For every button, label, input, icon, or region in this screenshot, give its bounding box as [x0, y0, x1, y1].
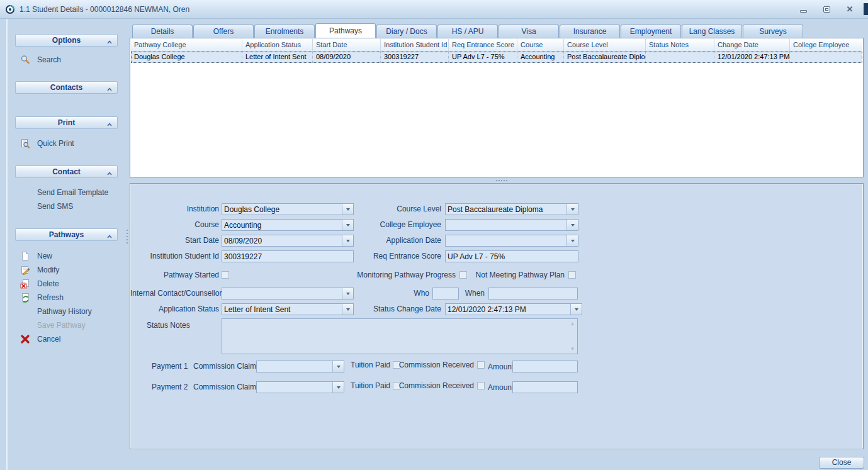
tab-employment[interactable]: Employment: [621, 25, 681, 38]
grid-column-pathway-college[interactable]: Pathway College: [131, 39, 242, 51]
payment1-commission-claim-input[interactable]: [257, 361, 332, 372]
payment1-amount-input[interactable]: [512, 361, 578, 372]
tab-enrolments[interactable]: Enrolments: [254, 25, 315, 38]
internal-contact-input[interactable]: [222, 288, 342, 299]
application-status-label: Application Status: [130, 303, 219, 315]
tab-lang-classes[interactable]: Lang Classes: [682, 25, 742, 38]
cell-application-status: Letter of Intent Sent: [242, 52, 313, 63]
sidebar-item-send-email-template[interactable]: Send Email Template: [20, 187, 125, 198]
application-date-dropdown-icon[interactable]: [566, 235, 578, 246]
sidebar-item-new[interactable]: New: [20, 249, 125, 263]
payment1-commission-claim-dropdown-icon[interactable]: [332, 361, 344, 372]
grid-row-selected[interactable]: Douglas College Letter of Intent Sent 08…: [131, 52, 862, 63]
grid-column-institution-student-id[interactable]: Institution Student Id: [381, 39, 449, 51]
scroll-down-icon[interactable]: ▼: [570, 346, 575, 352]
cell-status-notes: [646, 52, 714, 63]
application-date-label: Application Date: [341, 235, 441, 247]
payment2-commission-received-checkbox[interactable]: [477, 382, 485, 389]
req-entrance-score-input[interactable]: [445, 250, 578, 262]
grid-column-college-employee[interactable]: College Employee: [790, 39, 862, 51]
grid-form-splitter[interactable]: [130, 177, 864, 183]
maximize-button[interactable]: [822, 5, 831, 14]
scroll-up-icon[interactable]: ▲: [570, 321, 575, 327]
course-level-input[interactable]: [446, 204, 566, 215]
payment1-label: Payment 1: [152, 361, 189, 372]
sidebar-item-search[interactable]: Search: [20, 53, 125, 67]
when-input[interactable]: [488, 288, 578, 299]
sidebar-section-pathways[interactable]: Pathways: [15, 228, 118, 241]
course-level-combo[interactable]: [445, 203, 578, 215]
sidebar-item-quick-print[interactable]: Quick Print: [20, 137, 125, 150]
payment1-commission-claim-combo[interactable]: [256, 361, 344, 372]
edit-icon: [20, 265, 30, 275]
tab-insurance[interactable]: Insurance: [560, 25, 620, 38]
sidebar-item-modify[interactable]: Modify: [20, 263, 125, 277]
minimize-button[interactable]: [799, 5, 808, 14]
close-button[interactable]: Close: [819, 457, 864, 469]
internal-contact-dropdown-icon[interactable]: [342, 288, 353, 299]
sidebar-item-cancel[interactable]: Cancel: [20, 332, 125, 346]
payment2-amount-input[interactable]: [512, 381, 578, 393]
status-notes-textarea[interactable]: ▲ ▼: [222, 318, 578, 354]
grid-column-course[interactable]: Course: [517, 39, 564, 51]
application-date-combo[interactable]: [445, 235, 578, 247]
sidebar-section-contact[interactable]: Contact: [15, 165, 118, 178]
application-date-input[interactable]: [446, 235, 566, 246]
payment2-commission-claim-input[interactable]: [257, 382, 332, 393]
payment2-commission-claim-combo[interactable]: [256, 381, 344, 393]
chevron-up-icon: [106, 38, 113, 47]
sidebar-item-pathway-history[interactable]: Pathway History: [20, 305, 125, 318]
institution-input[interactable]: [222, 204, 342, 215]
course-level-label: Course Level: [341, 203, 441, 215]
status-change-date-combo[interactable]: [445, 303, 582, 315]
tab-diary-docs[interactable]: Diary / Docs: [376, 25, 437, 38]
application-status-combo[interactable]: [222, 303, 354, 315]
sidebar-item-save-pathway[interactable]: Save Pathway: [20, 318, 125, 332]
notes-scrollbar[interactable]: ▲ ▼: [568, 319, 577, 354]
grid-column-course-level[interactable]: Course Level: [564, 39, 646, 51]
grid-column-status-notes[interactable]: Status Notes: [646, 39, 714, 51]
course-combo[interactable]: [222, 219, 354, 231]
cell-college-employee: [790, 52, 862, 63]
sidebar-splitter[interactable]: [125, 19, 130, 470]
sidebar-item-send-sms[interactable]: Send SMS: [20, 201, 125, 211]
not-meeting-pathway-plan-checkbox[interactable]: [568, 271, 576, 279]
college-employee-input[interactable]: [446, 220, 566, 230]
institution-combo[interactable]: [222, 203, 354, 215]
tab-visa[interactable]: Visa: [499, 25, 559, 38]
close-window-icon[interactable]: ✕: [845, 5, 854, 14]
college-employee-combo[interactable]: [445, 219, 578, 231]
status-change-date-input[interactable]: [446, 304, 570, 315]
tab-pathways[interactable]: Pathways: [315, 23, 376, 38]
cell-course-level: Post Baccalaureate Diploma: [564, 52, 646, 63]
pathway-started-checkbox[interactable]: [222, 271, 229, 279]
course-input[interactable]: [222, 220, 342, 230]
tab-surveys[interactable]: Surveys: [743, 25, 803, 38]
window-title: 1.1 Student Details - 0000012846 NEWMAN,…: [20, 5, 189, 14]
pathway-form: Institution Course Level Course College …: [130, 183, 864, 449]
college-employee-dropdown-icon[interactable]: [566, 220, 578, 230]
grid-column-start-date[interactable]: Start Date: [313, 39, 381, 51]
institution-student-id-input[interactable]: [222, 250, 354, 262]
payment2-commission-claim-dropdown-icon[interactable]: [332, 382, 344, 393]
course-level-dropdown-icon[interactable]: [566, 204, 578, 215]
status-change-date-label: Status Change Date: [341, 303, 441, 315]
sidebar-section-options[interactable]: Options: [15, 34, 118, 47]
start-date-combo[interactable]: [222, 235, 354, 247]
grid-column-req-entrance-score[interactable]: Req Entrance Score: [449, 39, 517, 51]
application-status-input[interactable]: [222, 304, 342, 315]
payment1-commission-received-checkbox[interactable]: [477, 361, 485, 369]
tab-hs-apu[interactable]: HS / APU: [437, 25, 498, 38]
start-date-input[interactable]: [222, 235, 342, 246]
grid-column-change-date[interactable]: Change Date: [714, 39, 790, 51]
grid-column-application-status[interactable]: Application Status: [242, 39, 313, 51]
sidebar-section-print[interactable]: Print: [15, 116, 118, 129]
cell-course: Accounting: [517, 52, 564, 63]
status-change-date-dropdown-icon[interactable]: [570, 304, 582, 315]
internal-contact-combo[interactable]: [222, 288, 354, 299]
sidebar-item-refresh[interactable]: Refresh: [20, 291, 125, 305]
sidebar-item-delete[interactable]: Delete: [20, 277, 125, 291]
tab-details[interactable]: Details: [132, 25, 193, 38]
tab-offers[interactable]: Offers: [193, 25, 254, 38]
sidebar-section-contacts[interactable]: Contacts: [15, 81, 118, 94]
